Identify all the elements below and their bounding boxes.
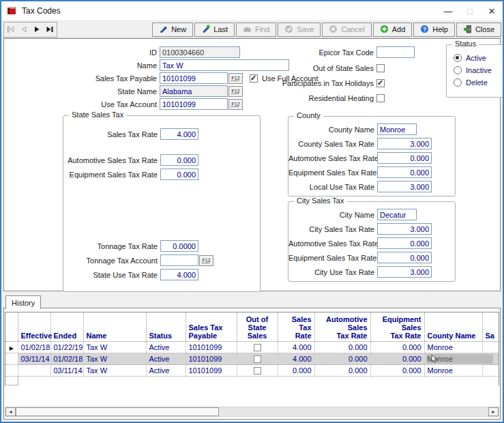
- sales-tax-payable-input[interactable]: [160, 72, 228, 84]
- county-name-input[interactable]: [377, 123, 417, 135]
- id-label: ID: [4, 48, 160, 57]
- state-equipment-rate-input[interactable]: [160, 169, 198, 180]
- col-sales-tax-rate[interactable]: Sales Tax Rate: [278, 312, 314, 342]
- county-group: County County Name County Sales Tax Rate…: [288, 116, 456, 196]
- col-name[interactable]: Name: [83, 312, 146, 342]
- residential-heating-label: Residential Heating: [236, 94, 376, 102]
- scroll-right-button[interactable]: ►: [488, 407, 499, 416]
- close-window-button[interactable]: ✕: [481, 1, 503, 20]
- active-radio[interactable]: [454, 54, 462, 62]
- col-equipment-rate[interactable]: Equipment Sales Tax Rate: [370, 312, 424, 342]
- city-equipment-rate-input[interactable]: [377, 252, 432, 263]
- scroll-left-button[interactable]: ◄: [5, 407, 16, 416]
- state-sales-tax-rate-input[interactable]: [160, 128, 198, 140]
- epicor-tax-code-input[interactable]: [376, 46, 415, 58]
- city-name-input[interactable]: [377, 209, 417, 220]
- county-group-title: County: [294, 111, 323, 119]
- col-clipped[interactable]: Sa: [482, 312, 499, 342]
- tax-holidays-checkbox[interactable]: [376, 79, 385, 87]
- cancel-button[interactable]: Cancel: [322, 23, 371, 37]
- tonnage-tax-rate-input[interactable]: [160, 240, 198, 252]
- tonnage-tax-account-lookup-button[interactable]: F12: [199, 255, 213, 266]
- col-row-selector: [5, 312, 18, 342]
- find-icon: [243, 25, 252, 35]
- minimize-button[interactable]: —: [437, 1, 459, 20]
- status-option-delete[interactable]: Delete: [447, 76, 503, 88]
- find-button[interactable]: Find: [236, 23, 276, 37]
- nav-previous-button[interactable]: [18, 24, 30, 35]
- save-icon: [284, 25, 293, 35]
- maximize-button[interactable]: □: [459, 1, 481, 20]
- window-controls: — □ ✕: [437, 1, 503, 20]
- status-group: Status Active Inactive Delete: [446, 44, 503, 98]
- nav-next-icon: [33, 25, 41, 35]
- field-county-equipment-rate: Equipment Sales Tax Rate: [288, 166, 455, 178]
- out-of-state-grid-checkbox[interactable]: [254, 367, 261, 375]
- app-icon: [7, 6, 17, 16]
- status-option-active[interactable]: Active: [447, 52, 503, 63]
- state-automotive-rate-input[interactable]: [160, 154, 198, 166]
- field-tonnage-tax-account: Tonnage Tax Account F12: [63, 254, 260, 266]
- tab-history[interactable]: History: [5, 295, 41, 309]
- col-county-name[interactable]: County Name: [424, 312, 482, 342]
- status-option-inactive[interactable]: Inactive: [447, 64, 503, 76]
- delete-radio[interactable]: [454, 78, 462, 87]
- id-input[interactable]: [160, 46, 240, 58]
- col-status[interactable]: Status: [146, 312, 186, 342]
- new-button[interactable]: New: [152, 23, 193, 37]
- county-sales-rate-input[interactable]: [377, 138, 432, 149]
- add-button[interactable]: Add: [373, 23, 413, 37]
- field-tax-holidays: Participates in Tax Holidays: [236, 77, 385, 89]
- tonnage-tax-account-input[interactable]: [160, 254, 198, 266]
- record-navigator: [3, 22, 57, 38]
- row-selector[interactable]: [5, 353, 18, 365]
- help-button[interactable]: ?Help: [413, 23, 455, 37]
- history-row-2[interactable]: 03/11/14 01/02/18 Tax W Active 10101099 …: [5, 353, 499, 365]
- field-use-tax-account: Use Tax Account F12: [4, 98, 243, 110]
- col-effective[interactable]: Effective: [18, 312, 50, 342]
- city-automotive-rate-input[interactable]: [377, 237, 432, 249]
- state-name-label: State Name: [4, 87, 160, 96]
- county-equipment-rate-input[interactable]: [377, 166, 432, 178]
- city-sales-rate-input[interactable]: [377, 223, 432, 235]
- history-row-1[interactable]: ▶ 01/02/18 01/22/19 Tax W Active 1010109…: [5, 342, 499, 353]
- window-title: Tax Codes: [22, 6, 61, 16]
- out-of-state-sales-checkbox[interactable]: [376, 64, 385, 72]
- local-use-rate-input[interactable]: [377, 181, 432, 192]
- use-tax-account-input[interactable]: [160, 98, 228, 110]
- col-ended[interactable]: Ended: [50, 312, 83, 342]
- history-section: History Effective Ended Name Status Sale…: [3, 293, 501, 420]
- mouse-cursor: [431, 355, 437, 365]
- nav-first-button[interactable]: [5, 24, 17, 35]
- new-icon: [159, 25, 168, 35]
- col-sales-tax-payable[interactable]: Sales Tax Payable: [186, 312, 237, 342]
- grid-header-row: Effective Ended Name Status Sales Tax Pa…: [5, 312, 499, 342]
- close-button[interactable]: Close: [456, 23, 501, 37]
- epicor-tax-code-label: Epicor Tax Code: [236, 48, 376, 57]
- state-name-input[interactable]: [160, 85, 228, 97]
- cancel-icon: [329, 25, 338, 35]
- save-button[interactable]: Save: [278, 23, 321, 37]
- col-out-of-state-sales[interactable]: Out of State Sales: [237, 312, 278, 342]
- residential-heating-checkbox[interactable]: [376, 94, 385, 102]
- nav-first-icon: [7, 25, 15, 35]
- out-of-state-sales-label: Out of State Sales: [236, 64, 376, 72]
- field-county-automotive-rate: Automotive Sales Tax Rate: [288, 152, 455, 164]
- inactive-radio[interactable]: [454, 66, 462, 74]
- col-automotive-rate[interactable]: Automotive Sales Tax Rate: [314, 312, 370, 342]
- county-automotive-rate-input[interactable]: [377, 152, 432, 164]
- scrollbar-thumb[interactable]: [16, 407, 219, 416]
- state-use-tax-rate-input[interactable]: [160, 269, 198, 280]
- out-of-state-grid-checkbox[interactable]: [254, 355, 261, 363]
- last-button[interactable]: Last: [194, 23, 235, 37]
- toolbar: New Last Find Save Cancel Add ?Help Clos…: [1, 20, 503, 38]
- city-use-rate-input[interactable]: [377, 266, 432, 278]
- row-selector[interactable]: ▶: [5, 342, 18, 353]
- row-selector[interactable]: [5, 365, 18, 377]
- horizontal-scrollbar[interactable]: ◄ ►: [5, 407, 499, 417]
- nav-next-button[interactable]: [31, 24, 43, 35]
- nav-last-button[interactable]: [44, 24, 56, 35]
- history-row-3[interactable]: 03/11/14 Tax W Active 10101099 0.000 0.0…: [5, 365, 499, 377]
- out-of-state-grid-checkbox[interactable]: [254, 344, 261, 351]
- row-selector[interactable]: [5, 377, 18, 385]
